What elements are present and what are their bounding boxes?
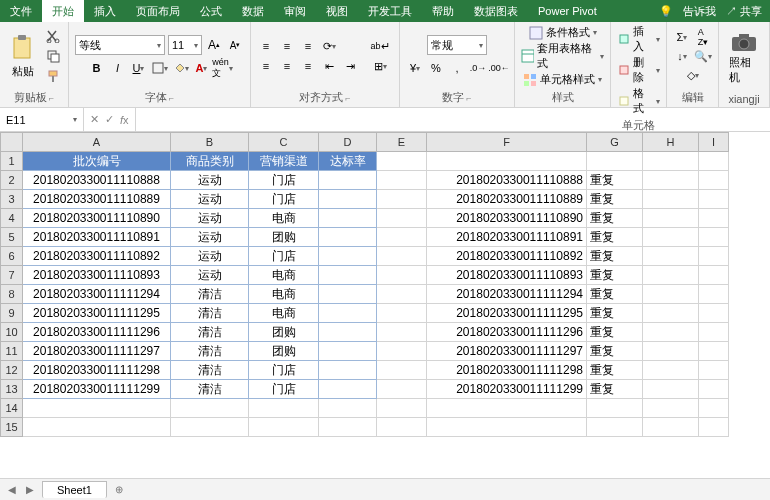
row-header-11[interactable]: 11 <box>1 342 23 361</box>
font-size-select[interactable]: 11▾ <box>168 35 202 55</box>
cell[interactable] <box>587 152 643 171</box>
cell[interactable] <box>643 285 699 304</box>
cell[interactable] <box>319 361 377 380</box>
cell[interactable] <box>377 247 427 266</box>
copy-button[interactable] <box>44 47 62 65</box>
align-middle-button[interactable]: ≡ <box>278 37 296 55</box>
cell[interactable] <box>377 209 427 228</box>
cell[interactable] <box>319 171 377 190</box>
tab-nav-prev[interactable]: ◀ <box>6 484 18 495</box>
col-header-A[interactable]: A <box>23 133 171 152</box>
font-name-select[interactable]: 等线▾ <box>75 35 165 55</box>
formula-input[interactable] <box>136 108 770 131</box>
cell[interactable]: 2018020330011110891 <box>427 228 587 247</box>
tab-file[interactable]: 文件 <box>0 0 42 22</box>
tab-dev[interactable]: 开发工具 <box>358 0 422 22</box>
row-header-7[interactable]: 7 <box>1 266 23 285</box>
percent-button[interactable]: % <box>427 59 445 77</box>
cell[interactable] <box>699 323 729 342</box>
cell[interactable] <box>587 418 643 437</box>
cell[interactable]: 运动 <box>171 228 249 247</box>
row-header-5[interactable]: 5 <box>1 228 23 247</box>
tell-me[interactable]: 告诉我 <box>683 4 716 19</box>
col-header-D[interactable]: D <box>319 133 377 152</box>
align-left-button[interactable]: ≡ <box>257 57 275 75</box>
cell[interactable]: 门店 <box>249 190 319 209</box>
cell[interactable] <box>319 285 377 304</box>
cell[interactable]: 重复 <box>587 285 643 304</box>
tab-pivot[interactable]: Power Pivot <box>528 0 607 22</box>
cell[interactable]: 2018020330011111295 <box>427 304 587 323</box>
col-header-G[interactable]: G <box>587 133 643 152</box>
tab-insert[interactable]: 插入 <box>84 0 126 22</box>
cell[interactable] <box>377 228 427 247</box>
table-format-button[interactable]: 套用表格格式▾ <box>521 41 604 71</box>
increase-font-button[interactable]: A▴ <box>205 36 223 54</box>
cell[interactable]: 清洁 <box>171 323 249 342</box>
merge-button[interactable]: ⊞▾ <box>367 57 393 75</box>
col-header-F[interactable]: F <box>427 133 587 152</box>
cell[interactable]: 重复 <box>587 323 643 342</box>
bold-button[interactable]: B <box>88 59 106 77</box>
find-button[interactable]: 🔍▾ <box>694 47 712 65</box>
cell[interactable]: 电商 <box>249 209 319 228</box>
cell[interactable]: 2018020330011110893 <box>23 266 171 285</box>
cell[interactable]: 重复 <box>587 380 643 399</box>
camera-button[interactable]: 照相机 <box>725 31 763 85</box>
cell[interactable] <box>643 361 699 380</box>
cell[interactable] <box>319 323 377 342</box>
sort-filter-button[interactable]: AZ▾ <box>694 28 712 46</box>
paste-button[interactable]: 粘贴 <box>6 34 40 79</box>
cell[interactable]: 门店 <box>249 361 319 380</box>
cell[interactable]: 2018020330011111299 <box>23 380 171 399</box>
cell[interactable]: 运动 <box>171 209 249 228</box>
inc-decimal-button[interactable]: .0→ <box>469 59 487 77</box>
orientation-button[interactable]: ⟳▾ <box>320 37 338 55</box>
cell[interactable] <box>587 399 643 418</box>
cell[interactable]: 2018020330011111299 <box>427 380 587 399</box>
cell[interactable]: 门店 <box>249 247 319 266</box>
cell[interactable] <box>377 380 427 399</box>
cell[interactable]: 清洁 <box>171 380 249 399</box>
cell[interactable] <box>699 228 729 247</box>
tab-layout[interactable]: 页面布局 <box>126 0 190 22</box>
cell[interactable]: 重复 <box>587 228 643 247</box>
cell[interactable] <box>319 342 377 361</box>
row-header-2[interactable]: 2 <box>1 171 23 190</box>
cell[interactable]: 重复 <box>587 209 643 228</box>
col-header-H[interactable]: H <box>643 133 699 152</box>
indent-dec-button[interactable]: ⇤ <box>320 57 338 75</box>
cell[interactable]: 2018020330011110889 <box>23 190 171 209</box>
cell[interactable] <box>377 323 427 342</box>
name-box[interactable]: E11▾ <box>0 108 84 131</box>
row-header-15[interactable]: 15 <box>1 418 23 437</box>
select-all-corner[interactable] <box>1 133 23 152</box>
cell[interactable]: 2018020330011111294 <box>427 285 587 304</box>
cell[interactable] <box>319 190 377 209</box>
row-header-8[interactable]: 8 <box>1 285 23 304</box>
cell[interactable] <box>319 399 377 418</box>
cell[interactable] <box>319 380 377 399</box>
align-top-button[interactable]: ≡ <box>257 37 275 55</box>
cell[interactable]: 2018020330011110888 <box>23 171 171 190</box>
cell[interactable] <box>643 152 699 171</box>
cell[interactable] <box>699 380 729 399</box>
cell[interactable]: 团购 <box>249 342 319 361</box>
cell[interactable]: 2018020330011110889 <box>427 190 587 209</box>
cell[interactable]: 运动 <box>171 266 249 285</box>
cancel-icon[interactable]: ✕ <box>90 113 99 126</box>
cell[interactable] <box>643 342 699 361</box>
indent-inc-button[interactable]: ⇥ <box>341 57 359 75</box>
cell[interactable]: 清洁 <box>171 361 249 380</box>
cell[interactable]: 2018020330011110893 <box>427 266 587 285</box>
cell[interactable]: 2018020330011111295 <box>23 304 171 323</box>
cell[interactable]: 清洁 <box>171 285 249 304</box>
col-header-E[interactable]: E <box>377 133 427 152</box>
row-header-6[interactable]: 6 <box>1 247 23 266</box>
cell[interactable] <box>319 304 377 323</box>
align-right-button[interactable]: ≡ <box>299 57 317 75</box>
cell[interactable]: 重复 <box>587 171 643 190</box>
cell[interactable] <box>249 399 319 418</box>
cell[interactable] <box>643 380 699 399</box>
decrease-font-button[interactable]: A▾ <box>226 36 244 54</box>
